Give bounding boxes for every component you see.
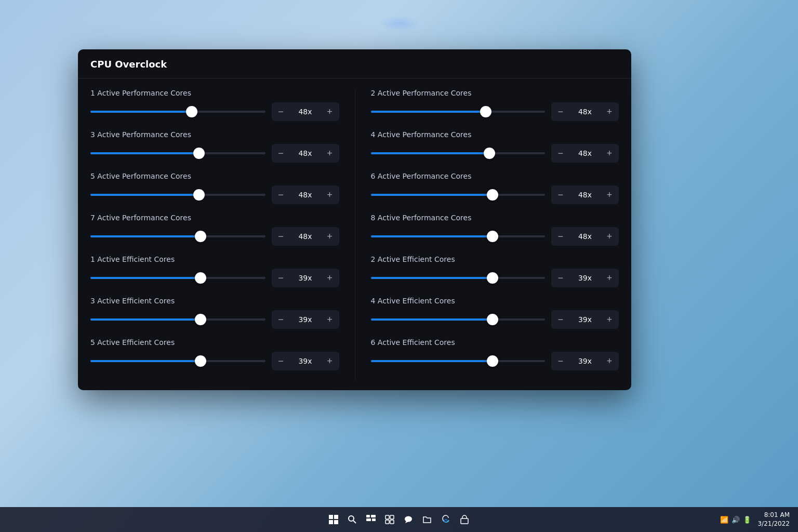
decrement-btn-eff-3[interactable]: − xyxy=(272,310,290,329)
slider-track-eff-4[interactable] xyxy=(371,313,546,326)
slider-track-perf-6[interactable] xyxy=(371,189,546,201)
slider-label-eff-1: 1 Active Efficient Cores xyxy=(90,255,339,263)
decrement-btn-eff-2[interactable]: − xyxy=(551,269,570,287)
decrement-btn-eff-4[interactable]: − xyxy=(551,310,570,329)
value-control-eff-2: −39x+ xyxy=(551,269,619,287)
value-display-eff-3: 39x xyxy=(290,315,321,324)
slider-row-perf-8: −48x+ xyxy=(371,227,619,246)
slider-label-perf-7: 7 Active Performance Cores xyxy=(90,214,339,222)
edge-icon[interactable] xyxy=(438,512,453,527)
slider-row-eff-3: −39x+ xyxy=(90,310,339,329)
slider-track-eff-1[interactable] xyxy=(90,272,265,284)
slider-track-eff-2[interactable] xyxy=(371,272,546,284)
start-button[interactable] xyxy=(326,512,341,527)
slider-track-perf-7[interactable] xyxy=(90,230,265,243)
store-icon[interactable] xyxy=(457,512,472,527)
slider-track-perf-2[interactable] xyxy=(371,105,546,118)
decrement-btn-eff-1[interactable]: − xyxy=(272,269,290,287)
slider-group-perf-2: 2 Active Performance Cores−48x+ xyxy=(371,89,619,121)
slider-label-eff-3: 3 Active Efficient Cores xyxy=(90,297,339,305)
slider-label-perf-3: 3 Active Performance Cores xyxy=(90,130,339,139)
slider-track-eff-5[interactable] xyxy=(90,355,265,367)
decrement-btn-perf-2[interactable]: − xyxy=(551,102,570,121)
decrement-btn-perf-4[interactable]: − xyxy=(551,144,570,163)
svg-rect-3 xyxy=(334,520,338,524)
volume-icon: 🔊 xyxy=(732,516,740,524)
explorer-icon[interactable] xyxy=(420,512,434,527)
slider-fill-eff-4 xyxy=(371,318,493,321)
value-display-eff-5: 39x xyxy=(290,357,321,365)
increment-btn-perf-5[interactable]: + xyxy=(321,185,339,204)
value-display-perf-6: 48x xyxy=(570,191,600,199)
decrement-btn-eff-5[interactable]: − xyxy=(272,352,290,370)
slider-thumb-perf-5[interactable] xyxy=(193,189,205,201)
slider-track-eff-6[interactable] xyxy=(371,355,546,367)
slider-track-eff-3[interactable] xyxy=(90,313,265,326)
value-display-perf-1: 48x xyxy=(290,108,321,116)
slider-track-perf-4[interactable] xyxy=(371,147,546,159)
increment-btn-eff-1[interactable]: + xyxy=(321,269,339,287)
slider-label-eff-5: 5 Active Efficient Cores xyxy=(90,338,339,347)
slider-row-perf-3: −48x+ xyxy=(90,144,339,163)
decrement-btn-perf-8[interactable]: − xyxy=(551,227,570,246)
clock-date: 3/21/2022 xyxy=(757,520,790,528)
increment-btn-eff-2[interactable]: + xyxy=(600,269,619,287)
slider-thumb-perf-1[interactable] xyxy=(186,106,197,117)
slider-fill-eff-3 xyxy=(90,318,201,321)
slider-thumb-eff-2[interactable] xyxy=(487,272,498,284)
search-taskbar-icon[interactable] xyxy=(345,512,360,527)
increment-btn-perf-8[interactable]: + xyxy=(600,227,619,246)
decrement-btn-perf-1[interactable]: − xyxy=(272,102,290,121)
svg-rect-0 xyxy=(329,515,333,519)
slider-thumb-perf-4[interactable] xyxy=(484,148,495,159)
value-display-perf-8: 48x xyxy=(570,232,600,241)
value-control-perf-1: −48x+ xyxy=(272,102,339,121)
svg-point-14 xyxy=(405,516,412,522)
slider-fill-eff-6 xyxy=(371,360,493,362)
slider-thumb-perf-2[interactable] xyxy=(480,106,491,117)
increment-btn-perf-6[interactable]: + xyxy=(600,185,619,204)
slider-thumb-perf-8[interactable] xyxy=(487,231,498,242)
slider-row-eff-5: −39x+ xyxy=(90,352,339,370)
increment-btn-perf-2[interactable]: + xyxy=(600,102,619,121)
slider-thumb-eff-4[interactable] xyxy=(487,314,498,325)
slider-thumb-perf-3[interactable] xyxy=(193,148,205,159)
value-control-perf-4: −48x+ xyxy=(551,144,619,163)
slider-track-perf-5[interactable] xyxy=(90,189,265,201)
slider-label-perf-1: 1 Active Performance Cores xyxy=(90,89,339,97)
decrement-btn-eff-6[interactable]: − xyxy=(551,352,570,370)
task-view-icon[interactable] xyxy=(364,512,378,527)
slider-thumb-eff-5[interactable] xyxy=(195,355,206,367)
right-column: 2 Active Performance Cores−48x+4 Active … xyxy=(355,89,619,380)
increment-btn-eff-4[interactable]: + xyxy=(600,310,619,329)
value-display-eff-2: 39x xyxy=(570,274,600,282)
slider-track-perf-3[interactable] xyxy=(90,147,265,159)
slider-group-perf-1: 1 Active Performance Cores−48x+ xyxy=(90,89,339,121)
increment-btn-perf-3[interactable]: + xyxy=(321,144,339,163)
slider-thumb-perf-7[interactable] xyxy=(195,231,206,242)
increment-btn-eff-6[interactable]: + xyxy=(600,352,619,370)
slider-thumb-eff-3[interactable] xyxy=(195,314,206,325)
slider-track-perf-8[interactable] xyxy=(371,230,546,243)
slider-row-eff-1: −39x+ xyxy=(90,269,339,287)
slider-thumb-perf-6[interactable] xyxy=(487,189,498,201)
slider-track-perf-1[interactable] xyxy=(90,105,265,118)
widgets-icon[interactable] xyxy=(382,512,397,527)
increment-btn-perf-4[interactable]: + xyxy=(600,144,619,163)
increment-btn-eff-3[interactable]: + xyxy=(321,310,339,329)
slider-group-eff-3: 3 Active Efficient Cores−39x+ xyxy=(90,297,339,329)
decrement-btn-perf-7[interactable]: − xyxy=(272,227,290,246)
slider-group-perf-8: 8 Active Performance Cores−48x+ xyxy=(371,214,619,246)
decrement-btn-perf-3[interactable]: − xyxy=(272,144,290,163)
increment-btn-perf-1[interactable]: + xyxy=(321,102,339,121)
increment-btn-perf-7[interactable]: + xyxy=(321,227,339,246)
decrement-btn-perf-6[interactable]: − xyxy=(551,185,570,204)
value-control-perf-8: −48x+ xyxy=(551,227,619,246)
decrement-btn-perf-5[interactable]: − xyxy=(272,185,290,204)
value-display-eff-6: 39x xyxy=(570,357,600,365)
slider-thumb-eff-1[interactable] xyxy=(195,272,206,284)
slider-thumb-eff-6[interactable] xyxy=(487,355,498,367)
increment-btn-eff-5[interactable]: + xyxy=(321,352,339,370)
value-control-eff-1: −39x+ xyxy=(272,269,339,287)
chat-icon[interactable] xyxy=(401,512,416,527)
